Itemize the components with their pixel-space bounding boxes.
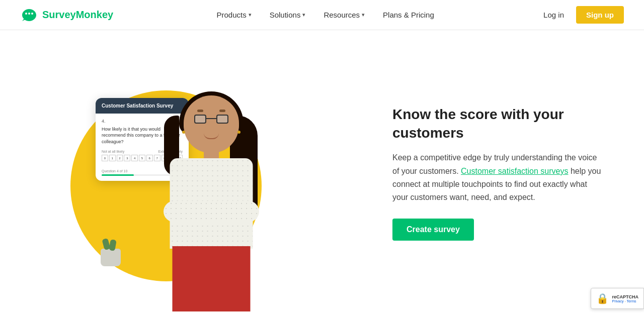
recaptcha-terms[interactable]: Terms xyxy=(627,299,636,303)
text-content: Know the score with your customers Keep … xyxy=(392,106,604,240)
arms-pattern xyxy=(164,201,259,222)
leaf-2 xyxy=(109,239,117,251)
hero-headline: Know the score with your customers xyxy=(392,106,604,142)
person-body xyxy=(146,90,277,311)
recaptcha-badge: 🔒 reCAPTCHA Privacy - Terms xyxy=(591,288,644,309)
scale-box-0[interactable]: 0 xyxy=(102,155,108,161)
create-survey-button[interactable]: Create survey xyxy=(392,219,474,241)
earring-left xyxy=(182,131,185,134)
logo[interactable]: SurveyMonkey xyxy=(20,8,113,22)
recaptcha-icon: 🔒 xyxy=(596,292,609,304)
logo-text: SurveyMonkey xyxy=(42,9,113,21)
eyebrow-left xyxy=(197,110,203,112)
head xyxy=(184,95,239,153)
chevron-down-icon: ▾ xyxy=(302,12,305,18)
recaptcha-label: reCAPTCHA xyxy=(612,294,638,299)
nav-item-resources[interactable]: Resources ▾ xyxy=(316,7,372,23)
scale-box-3[interactable]: 3 xyxy=(124,155,130,161)
login-button[interactable]: Log in xyxy=(537,7,570,23)
plant-decoration xyxy=(101,249,121,266)
nav-item-products[interactable]: Products ▾ xyxy=(209,7,258,23)
progress-bar-fill xyxy=(102,174,134,176)
eyebrow-right xyxy=(219,110,225,112)
header: SurveyMonkey Products ▾ Solutions ▾ Reso… xyxy=(0,0,644,30)
glasses-left xyxy=(194,115,206,124)
chevron-down-icon: ▾ xyxy=(362,12,365,18)
scale-box-1[interactable]: 1 xyxy=(109,155,116,161)
nav-item-plans-pricing[interactable]: Plans & Pricing xyxy=(376,7,441,23)
nav-label-products: Products xyxy=(216,11,246,19)
main-nav: Products ▾ Solutions ▾ Resources ▾ Plans… xyxy=(209,7,441,23)
recaptcha-links: Privacy - Terms xyxy=(612,299,638,303)
scale-box-2[interactable]: 2 xyxy=(117,155,123,161)
hero-body: Keep a competitive edge by truly underst… xyxy=(392,151,604,204)
nav-label-solutions: Solutions xyxy=(270,11,301,19)
glasses-right xyxy=(216,115,228,124)
signup-button[interactable]: Sign up xyxy=(576,6,624,24)
illustration-area: Customer Satisfaction Survey 4. How like… xyxy=(30,50,312,296)
earring-right xyxy=(237,131,240,134)
customer-satisfaction-link[interactable]: Customer satisfaction surveys xyxy=(461,167,568,175)
glasses-bridge xyxy=(206,118,216,119)
nav-item-solutions[interactable]: Solutions ▾ xyxy=(263,7,313,23)
nav-label-plans-pricing: Plans & Pricing xyxy=(383,11,434,19)
crossed-arms xyxy=(164,201,259,222)
header-actions: Log in Sign up xyxy=(537,6,624,24)
lower-body xyxy=(173,246,251,311)
recaptcha-text: reCAPTCHA Privacy - Terms xyxy=(612,294,638,303)
nav-label-resources: Resources xyxy=(324,11,360,19)
scale-label-left: Not at all likely xyxy=(102,150,124,153)
recaptcha-privacy[interactable]: Privacy xyxy=(612,299,623,303)
main-content: Customer Satisfaction Survey 4. How like… xyxy=(0,30,644,316)
surveymonkey-logo-icon xyxy=(20,8,38,22)
chevron-down-icon: ▾ xyxy=(249,12,252,18)
person-illustration xyxy=(131,65,292,311)
